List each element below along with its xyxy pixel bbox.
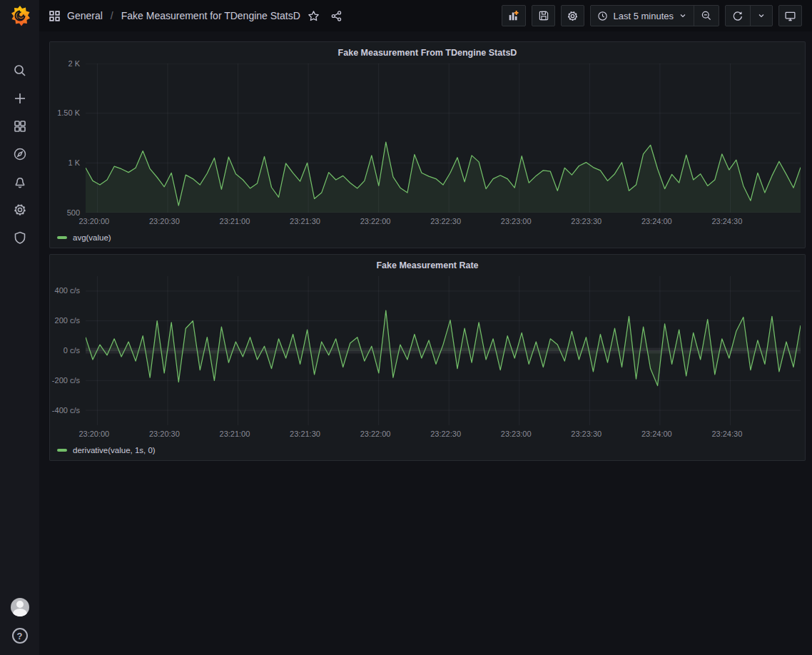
add-panel-icon <box>507 9 520 22</box>
zoom-out-time-button[interactable] <box>694 6 719 26</box>
time-picker-group: Last 5 minutes <box>590 5 719 26</box>
configuration-gear-icon <box>13 203 27 217</box>
legend-series-label: avg(value) <box>73 233 111 242</box>
legend-series-swatch <box>57 236 67 239</box>
x-axis-tick-label: 23:23:00 <box>501 217 532 225</box>
sidebar-menu <box>6 63 34 245</box>
panel-title: Fake Measurement From TDengine StatsD <box>338 48 517 58</box>
chevron-down-icon <box>757 11 766 20</box>
create-plus-icon <box>13 91 27 106</box>
sidebar-item-explore[interactable] <box>6 146 34 162</box>
breadcrumb-separator: / <box>109 10 115 21</box>
sidebar-item-configuration[interactable] <box>6 202 34 218</box>
refresh-interval-dropdown[interactable] <box>750 6 772 26</box>
x-axis-tick-label: 23:20:30 <box>149 430 180 438</box>
chart-canvas[interactable] <box>86 64 801 213</box>
sidebar-item-search[interactable] <box>6 63 34 78</box>
save-icon <box>538 10 549 21</box>
y-axis-tick-label: 0 c/s <box>50 346 80 355</box>
x-axis-tick-label: 23:22:00 <box>360 430 391 438</box>
legend-series-label: derivative(value, 1s, 0) <box>73 446 156 455</box>
server-admin-shield-icon <box>13 230 27 245</box>
cycle-view-mode-button[interactable] <box>778 5 802 26</box>
star-icon <box>308 10 320 22</box>
zoom-out-icon <box>701 10 712 21</box>
y-axis-tick-label: 200 c/s <box>50 316 80 325</box>
x-axis-tick-label: 23:24:00 <box>641 430 672 438</box>
y-axis-tick-label: 500 <box>50 208 80 217</box>
breadcrumb-section[interactable]: General <box>67 10 103 21</box>
timeseries-chart[interactable]: 2 K1.50 K1 K50023:20:0023:20:3023:21:002… <box>50 64 805 229</box>
dashboard-settings-button[interactable] <box>561 5 584 26</box>
share-dashboard-button[interactable] <box>328 6 346 25</box>
time-range-label: Last 5 minutes <box>613 11 674 21</box>
sidebar: ? <box>0 0 39 655</box>
panel-header[interactable]: Fake Measurement From TDengine StatsD <box>50 42 805 64</box>
x-axis-tick-label: 23:24:30 <box>711 430 742 438</box>
timeseries-chart[interactable]: 400 c/s200 c/s0 c/s-200 c/s-400 c/s23:20… <box>50 276 805 442</box>
sidebar-item-server-admin[interactable] <box>6 230 34 245</box>
y-axis-tick-label: 1.50 K <box>50 108 80 117</box>
chevron-down-icon <box>679 11 687 20</box>
x-axis-tick-label: 23:23:30 <box>571 430 602 438</box>
y-axis-tick-label: 1 K <box>50 158 80 167</box>
help-icon[interactable]: ? <box>12 628 28 644</box>
refresh-icon <box>732 10 744 21</box>
x-axis-tick-label: 23:21:30 <box>290 217 320 225</box>
save-dashboard-button[interactable] <box>532 5 555 26</box>
sidebar-item-dashboards[interactable] <box>6 118 34 134</box>
x-axis-tick-label: 23:22:30 <box>430 217 461 225</box>
x-axis-tick-label: 23:22:30 <box>430 430 461 438</box>
user-avatar[interactable] <box>11 598 29 616</box>
x-axis-tick-label: 23:20:00 <box>78 430 109 438</box>
grafana-flame-icon <box>9 5 31 26</box>
y-axis-tick-label: -200 c/s <box>50 376 80 385</box>
panel-fake-measurement-rate: Fake Measurement Rate 400 c/s200 c/s0 c/… <box>49 254 806 461</box>
panel-fake-measurement: Fake Measurement From TDengine StatsD 2 … <box>49 41 806 248</box>
x-axis-tick-label: 23:20:30 <box>149 217 180 225</box>
legend-series-swatch <box>57 449 67 452</box>
sidebar-item-create[interactable] <box>6 91 34 106</box>
legend-item[interactable]: derivative(value, 1s, 0) <box>50 442 805 459</box>
search-icon <box>13 64 27 78</box>
x-axis-tick-label: 23:23:30 <box>571 217 602 225</box>
x-axis-tick-label: 23:21:00 <box>220 430 250 438</box>
panel-title: Fake Measurement Rate <box>376 260 478 270</box>
breadcrumb: General / Fake Measurement for TDengine … <box>49 10 300 22</box>
clock-icon <box>597 11 608 21</box>
topbar: General / Fake Measurement for TDengine … <box>39 0 812 31</box>
breadcrumb-title[interactable]: Fake Measurement for TDengine StatsD <box>121 10 300 21</box>
dashboard-grid-icon[interactable] <box>49 10 61 22</box>
explore-compass-icon <box>13 147 27 161</box>
toolbar: Last 5 minutes <box>502 5 802 26</box>
star-dashboard-button[interactable] <box>305 6 323 25</box>
x-axis-tick-label: 23:22:00 <box>360 217 391 225</box>
time-range-picker[interactable]: Last 5 minutes <box>591 6 694 26</box>
y-axis-tick-label: 400 c/s <box>50 286 80 295</box>
sidebar-item-alerting[interactable] <box>6 174 34 190</box>
x-axis-tick-label: 23:24:00 <box>641 217 672 225</box>
add-panel-button[interactable] <box>502 5 526 26</box>
alerting-bell-icon <box>13 175 27 189</box>
chart-canvas[interactable] <box>86 276 801 425</box>
x-axis-tick-label: 23:21:00 <box>220 217 250 225</box>
refresh-group <box>725 5 773 26</box>
y-axis-tick-label: -400 c/s <box>50 406 80 415</box>
sidebar-bottom: ? <box>11 598 29 644</box>
share-icon <box>330 10 342 22</box>
y-axis-tick-label: 2 K <box>50 59 80 68</box>
dashboard-content: Fake Measurement From TDengine StatsD 2 … <box>39 31 812 655</box>
x-axis-tick-label: 23:21:30 <box>290 430 320 438</box>
refresh-dashboard-button[interactable] <box>726 6 750 26</box>
x-axis-tick-label: 23:20:00 <box>78 217 109 225</box>
monitor-icon <box>784 10 796 22</box>
legend-item[interactable]: avg(value) <box>50 229 805 246</box>
dashboards-icon <box>13 119 27 133</box>
settings-gear-icon <box>567 10 579 22</box>
panel-header[interactable]: Fake Measurement Rate <box>50 255 805 276</box>
x-axis-tick-label: 23:24:30 <box>711 217 742 225</box>
x-axis-tick-label: 23:23:00 <box>501 430 532 438</box>
grafana-logo[interactable] <box>0 0 39 31</box>
